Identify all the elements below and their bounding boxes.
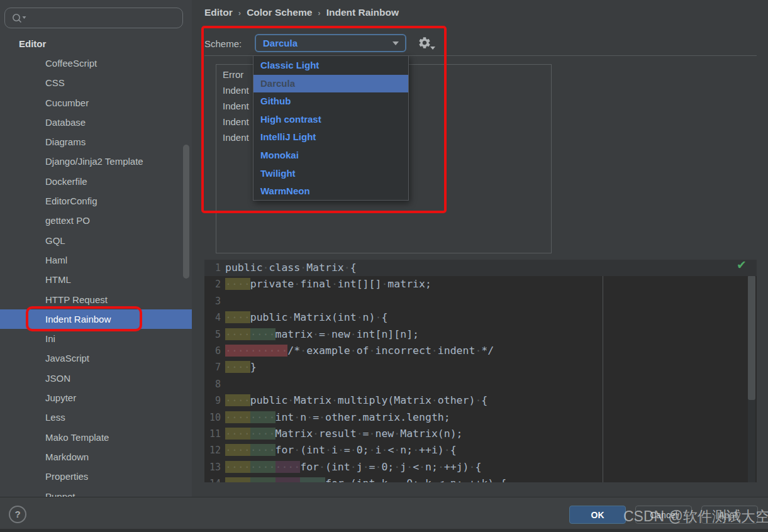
scheme-option-darcula[interactable]: Darcula — [253, 75, 408, 93]
sidebar-item-html[interactable]: HTML — [0, 270, 192, 289]
sidebar-item-markdown[interactable]: Markdown — [0, 447, 192, 467]
code-line: 11········Matrix·result·=·new·Matrix(n); — [204, 426, 757, 442]
settings-sidebar: Editor CoffeeScriptCSSCucumberDatabaseDi… — [0, 0, 192, 497]
code-lines: 1public·class·Matrix·{2····private·final… — [204, 260, 757, 482]
search-icon — [11, 13, 28, 24]
scheme-combobox[interactable]: Darcula — [255, 34, 406, 52]
scheme-label: Scheme: — [204, 38, 242, 49]
sidebar-item-coffeescript[interactable]: CoffeeScript — [0, 53, 192, 73]
scheme-option-high-contrast[interactable]: High contrast — [253, 111, 408, 129]
sidebar-item-cucumber[interactable]: Cucumber — [0, 93, 192, 113]
sidebar-section-editor[interactable]: Editor — [0, 34, 192, 53]
sidebar-item-mako-template[interactable]: Mako Template — [0, 428, 192, 447]
code-line: 8 — [204, 376, 757, 392]
gear-icon — [418, 36, 431, 50]
sidebar-item-gql[interactable]: GQL — [0, 231, 192, 250]
code-line: 6··········/*·example·of·incorrect·inden… — [204, 343, 757, 359]
breadcrumb-separator-icon: › — [318, 8, 320, 18]
sidebar-tree-items: CoffeeScriptCSSCucumberDatabaseDiagramsD… — [0, 53, 192, 497]
apply-button[interactable]: Apply — [701, 506, 758, 524]
sidebar-item-database[interactable]: Database — [0, 113, 192, 132]
chevron-down-icon — [430, 47, 435, 50]
sidebar-item-json[interactable]: JSON — [0, 369, 192, 388]
code-line: 1public·class·Matrix·{ — [204, 260, 757, 276]
breadcrumb-color-scheme[interactable]: Color Scheme — [247, 7, 312, 18]
scheme-option-twilight[interactable]: Twilight — [253, 165, 408, 183]
breadcrumb-separator-icon: › — [238, 8, 241, 18]
sidebar-item-less[interactable]: Less — [0, 407, 192, 427]
sidebar-item-css[interactable]: CSS — [0, 73, 192, 92]
breadcrumb: Editor › Color Scheme › Indent Rainbow — [204, 7, 399, 18]
breadcrumb-editor[interactable]: Editor — [204, 7, 233, 18]
sidebar-search-box[interactable] — [4, 8, 183, 28]
code-line: 14················for·(int·k·=·0;·k·<·n;… — [204, 475, 757, 482]
code-line: 3 — [204, 293, 757, 309]
code-line: 5········matrix·=·new·int[n][n]; — [204, 326, 757, 343]
scheme-option-monokai[interactable]: Monokai — [253, 147, 408, 165]
code-line: 2····private·final·int[][]·matrix; — [204, 276, 757, 292]
breadcrumb-indent-rainbow[interactable]: Indent Rainbow — [326, 7, 399, 18]
sidebar-item-gettext-po[interactable]: gettext PO — [0, 211, 192, 230]
sidebar-item-indent-rainbow[interactable]: Indent Rainbow — [0, 309, 192, 329]
code-line: 7····} — [204, 359, 757, 375]
scheme-option-github[interactable]: Github — [253, 92, 408, 111]
footer-bar: ? OK Cancel Apply — [0, 497, 768, 532]
scheme-option-intellij-light[interactable]: IntelliJ Light — [253, 128, 408, 147]
sidebar-item-puppet[interactable]: Puppet — [0, 487, 192, 497]
sidebar-item-ini[interactable]: Ini — [0, 329, 192, 348]
help-button[interactable]: ? — [9, 506, 26, 523]
status-checkmark-icon: ✔ — [737, 260, 747, 272]
scheme-option-classic-light[interactable]: Classic Light — [253, 57, 408, 75]
code-preview-pane[interactable]: ✔ 1public·class·Matrix·{2····private·fin… — [204, 260, 757, 482]
search-input[interactable] — [28, 13, 182, 24]
cancel-button[interactable]: Cancel — [635, 506, 692, 524]
code-line: 13············for·(int·j·=·0;·j·<·n;·++j… — [204, 459, 757, 475]
sidebar-item-dockerfile[interactable]: Dockerfile — [0, 172, 192, 191]
sidebar-scrollbar-thumb[interactable] — [183, 145, 189, 279]
scheme-option-warmneon[interactable]: WarmNeon — [253, 182, 408, 201]
scheme-combobox-value: Darcula — [263, 38, 392, 48]
code-line: 12········for·(int·i·=·0;·i·<·n;·++i)·{ — [204, 442, 757, 458]
code-line: 10········int·n·=·other.matrix.length; — [204, 409, 757, 426]
scheme-dropdown-popup: Classic LightDarculaGithubHigh contrastI… — [253, 55, 409, 201]
sidebar-item-jupyter[interactable]: Jupyter — [0, 388, 192, 407]
code-line: 9····public·Matrix·multiply(Matrix·other… — [204, 392, 757, 409]
scheme-gear-button[interactable] — [418, 36, 434, 52]
sidebar-item-editorconfig[interactable]: EditorConfig — [0, 191, 192, 211]
code-line: 4····public·Matrix(int·n)·{ — [204, 309, 757, 326]
sidebar-item-javascript[interactable]: JavaScript — [0, 348, 192, 368]
ok-button[interactable]: OK — [569, 506, 626, 524]
sidebar-tree: Editor CoffeeScriptCSSCucumberDatabaseDi… — [0, 34, 192, 497]
sidebar-item-http-request[interactable]: HTTP Request — [0, 290, 192, 309]
scheme-options-list: Classic LightDarculaGithubHigh contrastI… — [253, 57, 408, 201]
sidebar-item-haml[interactable]: Haml — [0, 250, 192, 270]
sidebar-item-properties[interactable]: Properties — [0, 467, 192, 486]
sidebar-item-diagrams[interactable]: Diagrams — [0, 132, 192, 152]
sidebar-item-django-jinja2-template[interactable]: Django/Jinja2 Template — [0, 152, 192, 171]
chevron-down-icon — [392, 42, 399, 45]
